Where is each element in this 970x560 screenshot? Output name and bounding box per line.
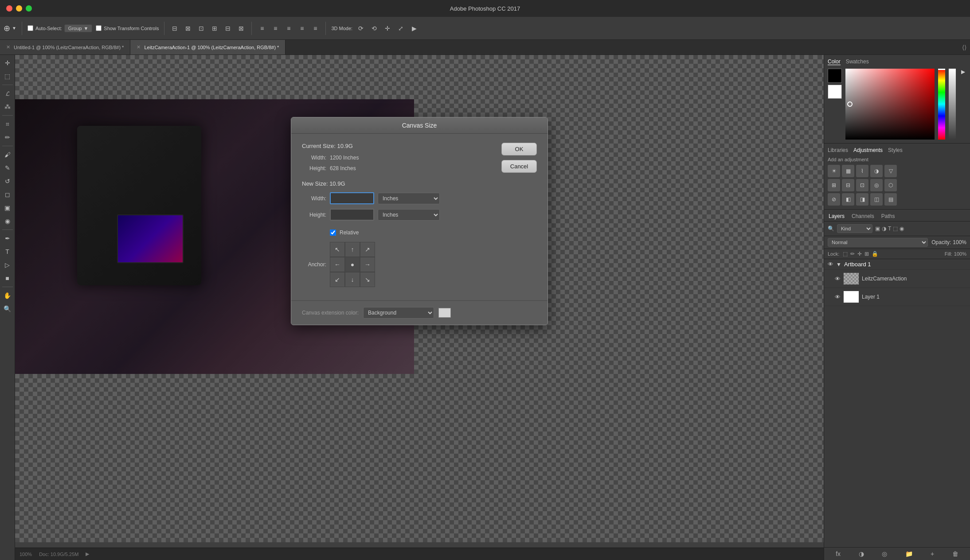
move-tool-icon[interactable]: ✛ [1,57,14,69]
threshold-adj-icon[interactable]: ◨ [856,193,868,206]
maximize-button[interactable] [26,5,32,12]
zoom-tool-icon[interactable]: 🔍 [1,303,14,315]
brightness-adj-icon[interactable]: ☀ [828,165,840,177]
align-center-h-icon[interactable]: ⊠ [183,23,193,33]
anchor-mid-left[interactable]: ← [330,257,345,272]
ok-button[interactable]: OK [501,143,537,156]
selective-adj-icon[interactable]: ◫ [870,193,883,206]
lock-pixels-icon[interactable]: ⬚ [843,251,848,257]
color-hue-slider[interactable] [938,69,945,140]
tab-close-leitz[interactable]: ✕ [137,44,141,50]
hsl-adj-icon[interactable]: ⊞ [828,179,840,191]
background-color[interactable] [828,85,842,99]
anchor-bot-left[interactable]: ↙ [330,272,345,287]
layer-leitz-visibility-icon[interactable]: 👁 [835,276,841,282]
artboard-expand-icon[interactable]: ▼ [836,261,841,268]
hand-tool-icon[interactable]: ✋ [1,289,14,302]
posterize-adj-icon[interactable]: ◧ [842,193,854,206]
tab-leitz[interactable]: ✕ LeitzCameraAction-1 @ 100% (LeitzCamer… [130,40,286,54]
tab-collapse-icon[interactable]: ⟨⟩ [962,44,966,51]
layer-new-icon[interactable]: + [931,550,934,557]
distribute-icon-3[interactable]: ≡ [297,23,307,33]
color-expand-button[interactable]: ▶ [959,69,966,75]
anchor-top-center[interactable]: ↑ [345,242,360,257]
lock-all-icon[interactable]: 🔒 [872,251,878,257]
artboard-item[interactable]: 👁 ▼ Artboard 1 [824,259,970,270]
close-button[interactable] [6,5,12,12]
color-alpha-slider[interactable] [949,69,956,140]
history-tool-icon[interactable]: ↺ [1,175,14,187]
blend-mode-select[interactable]: Normal [828,238,928,247]
lock-artboard-icon[interactable]: ⊞ [864,251,869,257]
new-height-unit-select[interactable]: Inches [378,209,440,221]
canvas-ext-color-swatch[interactable] [438,308,451,318]
eraser-tool-icon[interactable]: ◻ [1,188,14,201]
path-tool-icon[interactable]: ▷ [1,259,14,271]
distribute-v-icon[interactable]: ≡ [270,23,280,33]
threed-icon-3[interactable]: ✛ [383,23,392,33]
cancel-button[interactable]: Cancel [501,160,537,173]
wand-tool-icon[interactable]: ⁂ [1,101,14,113]
styles-tab[interactable]: Styles [888,147,903,153]
artboard-visibility-icon[interactable]: 👁 [828,261,833,268]
align-bottom-icon[interactable]: ⊠ [236,23,246,33]
canvas-ext-select[interactable]: Background [363,307,434,319]
stamp-tool-icon[interactable]: ✎ [1,162,14,174]
anchor-bot-center[interactable]: ↓ [345,272,360,287]
smart-filter-icon[interactable]: ◉ [900,226,904,232]
align-left-icon[interactable]: ⊟ [170,23,180,33]
auto-select-checkbox[interactable] [27,25,33,31]
layer-mask-icon[interactable]: ◑ [859,550,864,557]
bw-adj-icon[interactable]: ⊡ [856,179,868,191]
threed-icon-4[interactable]: ⤢ [396,23,406,33]
layer-adj-icon[interactable]: ◎ [882,550,887,557]
channel-adj-icon[interactable]: ⬡ [884,179,897,191]
tab-close-untitled[interactable]: ✕ [6,44,10,50]
distribute-h-icon[interactable]: ≡ [257,23,267,33]
photo-adj-icon[interactable]: ◎ [870,179,883,191]
foreground-color[interactable] [828,69,842,83]
auto-select-option[interactable]: Auto-Select: Group ▼ [27,24,92,32]
distribute-icon-4[interactable]: ≡ [310,23,320,33]
shape-tool-icon[interactable]: ■ [1,272,14,284]
libraries-tab[interactable]: Libraries [828,147,848,153]
threed-icon-2[interactable]: ⟲ [369,23,379,33]
layers-kind-select[interactable]: Kind [837,224,872,233]
exposure-adj-icon[interactable]: ◑ [870,165,883,177]
layer-delete-icon[interactable]: 🗑 [952,550,958,557]
blur-tool-icon[interactable]: ◉ [1,215,14,227]
new-height-input[interactable]: 0 [330,209,374,221]
pen-tool-icon[interactable]: ✒ [1,232,14,245]
swatches-tab[interactable]: Swatches [846,58,869,65]
pixel-filter-icon[interactable]: ▣ [875,226,880,232]
distribute-icon-2[interactable]: ≡ [284,23,293,33]
anchor-bot-right[interactable]: ↘ [360,272,375,287]
anchor-top-right[interactable]: ↗ [360,242,375,257]
move-tool[interactable]: ⊕ ▼ [4,23,16,33]
color-gradient-picker[interactable] [845,69,935,140]
lasso-tool-icon[interactable]: 𝓛 [1,87,14,100]
levels-adj-icon[interactable]: ▦ [842,165,854,177]
layers-tab[interactable]: Layers [829,213,845,219]
tab-untitled[interactable]: ✕ Untitled-1 @ 100% (LeitzCameraAction, … [0,40,130,54]
adjustments-tab[interactable]: Adjustments [853,147,883,153]
curves-adj-icon[interactable]: ⌇ [856,165,868,177]
gradient-tool-icon[interactable]: ▣ [1,202,14,214]
threed-icon-5[interactable]: ▶ [409,23,419,33]
type-filter-icon[interactable]: T [888,226,891,232]
layer-fx-icon[interactable]: fx [836,550,841,557]
new-width-unit-select[interactable]: Inches [378,193,440,204]
layer-group-icon[interactable]: 📁 [905,550,913,557]
type-tool-icon[interactable]: T [1,245,14,258]
align-top-icon[interactable]: ⊞ [210,23,219,33]
crop-tool-icon[interactable]: ⌗ [1,118,14,130]
group-dropdown[interactable]: Group ▼ [64,24,92,32]
new-width-input[interactable]: 0 [330,192,374,204]
threed-icon-1[interactable]: ⟳ [356,23,366,33]
layer1-visibility-icon[interactable]: 👁 [835,294,841,300]
eyedropper-tool-icon[interactable]: ✏ [1,131,14,144]
vibrance-adj-icon[interactable]: ▽ [884,165,897,177]
shape-filter-icon[interactable]: ⬚ [893,226,898,232]
layer-item-layer1[interactable]: 👁 Layer 1 [824,288,970,306]
paths-tab[interactable]: Paths [881,213,895,219]
